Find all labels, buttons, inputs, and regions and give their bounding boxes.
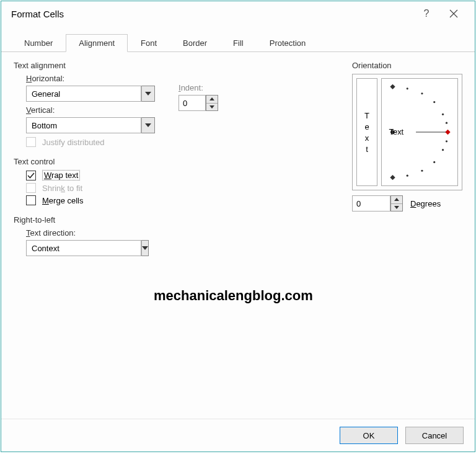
watermark-text: mechanicalengblog.com — [154, 288, 313, 304]
orientation-dial[interactable]: Text — [381, 78, 458, 186]
degrees-value[interactable] — [352, 195, 390, 211]
indent-label: Indent: — [178, 83, 222, 92]
indent-spin-buttons[interactable] — [206, 95, 218, 111]
svg-text:Text: Text — [389, 127, 404, 136]
text-direction-value[interactable] — [26, 240, 141, 256]
degrees-label: Degrees — [410, 199, 441, 208]
shrink-to-fit-row: Shrink to fit — [26, 183, 249, 193]
spin-down-icon[interactable] — [206, 104, 218, 111]
cancel-button[interactable]: Cancel — [405, 427, 464, 444]
merge-cells-label: Merge cells — [42, 196, 83, 205]
rtl-legend: Right-to-left — [14, 215, 249, 225]
justify-distributed-checkbox — [26, 137, 36, 147]
tab-protection[interactable]: Protection — [257, 34, 319, 52]
help-icon[interactable]: ? — [413, 4, 440, 23]
text-direction-combo[interactable] — [26, 240, 107, 256]
svg-point-5 — [421, 92, 423, 94]
chevron-down-icon[interactable] — [141, 240, 149, 256]
spin-down-icon[interactable] — [391, 204, 402, 211]
svg-point-11 — [433, 161, 435, 163]
justify-distributed-row: Justify distributed — [26, 137, 249, 147]
rtl-group: Right-to-left Text direction: — [14, 215, 249, 260]
indent-block: Indent: — [178, 79, 222, 111]
spin-up-icon[interactable] — [391, 196, 402, 204]
svg-rect-1 — [445, 130, 450, 135]
dialog-footer: OK Cancel — [1, 419, 475, 452]
justify-distributed-label: Justify distributed — [42, 138, 104, 147]
close-icon[interactable] — [440, 4, 467, 23]
ok-button[interactable]: OK — [340, 427, 398, 444]
svg-point-9 — [446, 140, 447, 142]
svg-point-7 — [442, 114, 444, 115]
vertical-combo[interactable] — [26, 117, 155, 133]
text-control-group: Text control Wrap text Shrink to fit Mer… — [14, 157, 249, 208]
spin-up-icon[interactable] — [206, 96, 218, 104]
tab-font[interactable]: Font — [128, 34, 170, 52]
titlebar: Format Cells ? — [1, 1, 475, 26]
shrink-to-fit-checkbox — [26, 183, 36, 193]
merge-cells-row[interactable]: Merge cells — [26, 195, 249, 205]
indent-spinbox[interactable] — [178, 95, 222, 111]
orientation-vertical-text[interactable]: T e x t — [356, 78, 377, 186]
dialog-title: Format Cells — [11, 9, 413, 19]
degrees-spin-buttons[interactable] — [390, 195, 403, 211]
shrink-to-fit-label: Shrink to fit — [42, 184, 82, 193]
svg-rect-3 — [390, 175, 395, 180]
orientation-box: T e x t — [352, 74, 462, 190]
tab-bar: Number Alignment Font Border Fill Protec… — [1, 33, 475, 52]
svg-point-12 — [421, 170, 423, 172]
tab-border[interactable]: Border — [170, 34, 220, 52]
wrap-text-label: Wrap text — [42, 170, 80, 180]
horizontal-value[interactable] — [26, 86, 141, 102]
wrap-text-checkbox[interactable] — [26, 171, 36, 180]
degrees-spinbox[interactable] — [352, 195, 407, 211]
svg-point-10 — [442, 149, 444, 151]
chevron-down-icon[interactable] — [141, 86, 155, 102]
vertical-value[interactable] — [26, 117, 141, 133]
svg-point-4 — [407, 87, 408, 89]
tab-number[interactable]: Number — [11, 34, 66, 52]
svg-point-13 — [407, 175, 408, 177]
orientation-legend: Orientation — [352, 61, 462, 70]
tab-alignment[interactable]: Alignment — [66, 34, 128, 52]
svg-point-8 — [446, 122, 447, 124]
svg-point-6 — [433, 101, 435, 103]
orientation-group: Orientation T e x t — [352, 61, 462, 211]
text-control-legend: Text control — [14, 157, 249, 166]
svg-rect-2 — [390, 84, 395, 89]
indent-value[interactable] — [178, 95, 206, 111]
chevron-down-icon[interactable] — [141, 117, 155, 133]
text-alignment-legend: Text alignment — [14, 61, 249, 70]
tab-fill[interactable]: Fill — [220, 34, 257, 52]
text-direction-label: Text direction: — [26, 228, 249, 238]
format-cells-dialog: Format Cells ? Number Alignment Font Bor… — [1, 1, 475, 452]
horizontal-combo[interactable] — [26, 86, 155, 102]
merge-cells-checkbox[interactable] — [26, 195, 36, 205]
orientation-degrees-row: Degrees — [352, 195, 462, 211]
text-alignment-group: Text alignment Horizontal: Vertical: — [14, 61, 249, 149]
wrap-text-row[interactable]: Wrap text — [26, 170, 249, 180]
content-area: Text alignment Horizontal: Vertical: — [1, 52, 475, 419]
